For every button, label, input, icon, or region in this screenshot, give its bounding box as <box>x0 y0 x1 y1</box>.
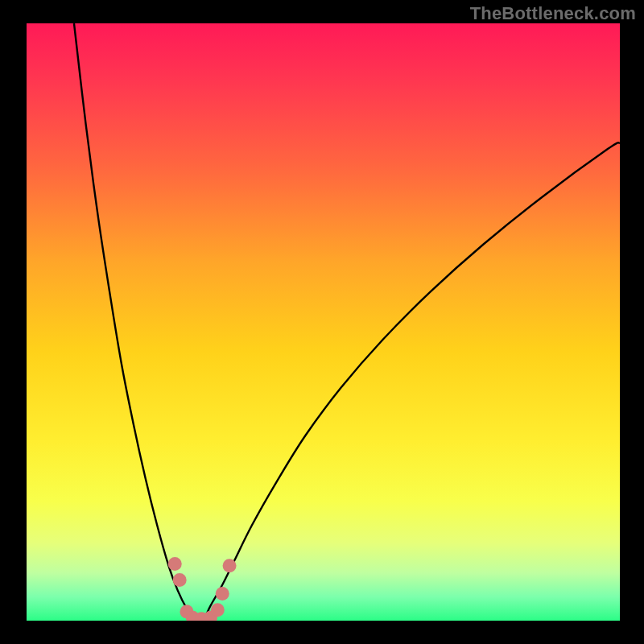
plot-background <box>27 23 620 621</box>
marker-point <box>173 573 187 587</box>
marker-point <box>168 557 182 571</box>
marker-point <box>223 559 237 572</box>
chart-svg <box>0 0 644 644</box>
chart-frame: { "watermark": "TheBottleneck.com", "col… <box>0 0 644 644</box>
marker-point <box>216 587 229 601</box>
marker-point <box>211 603 225 617</box>
watermark-text: TheBottleneck.com <box>470 3 636 24</box>
